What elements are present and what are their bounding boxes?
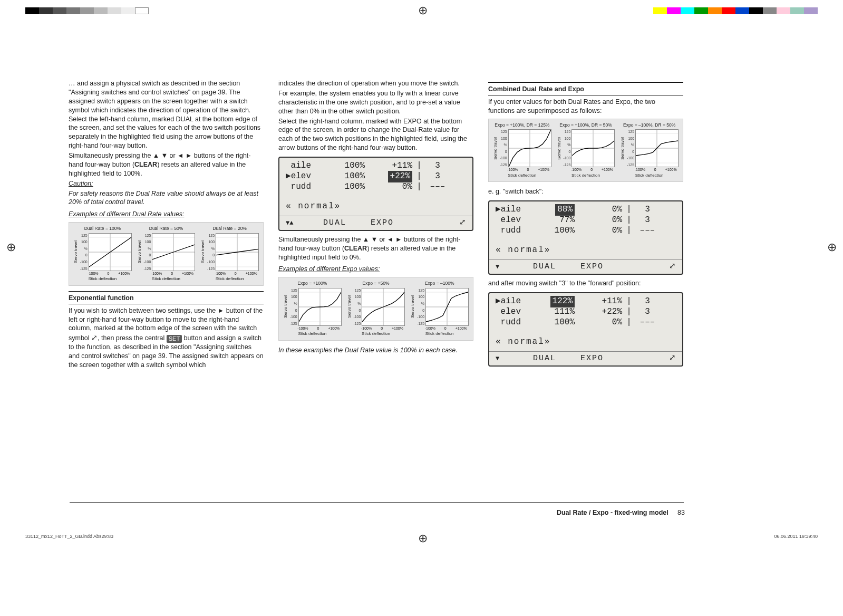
column-3: Combined Dual Rate and Expo If you enter… xyxy=(488,79,683,371)
body-text: For example, the system enables you to f… xyxy=(278,89,473,116)
lcd-screen-3: ▶aile122%+11%|3 elev111%+22%|3 rudd100%0… xyxy=(488,292,683,367)
body-text: e. g. "switch back": xyxy=(488,187,683,196)
section-heading: Exponential function xyxy=(69,294,264,303)
body-text: If you wish to switch between two settin… xyxy=(69,306,264,370)
chart-strip-combined: Expo = +100%, DR = 125%Servo travel12510… xyxy=(488,119,683,182)
sheet-footer-right: 06.06.2011 19:39:40 xyxy=(774,534,818,539)
example-heading: Examples of different Dual Rate values: xyxy=(69,210,264,219)
lcd-screen-2: ▶aile88%0%|3 elev77%0%|3 rudd100%0%|–––«… xyxy=(488,200,683,275)
set-button-label: SET xyxy=(167,335,182,343)
lcd-screen-1: aile100%+11%|3▶elev100%+22%|3 rudd100%0%… xyxy=(278,157,473,231)
registration-mark-icon: ⊕ xyxy=(827,240,837,254)
body-text: Simultaneously pressing the ▲ ▼ or ◄ ► b… xyxy=(69,151,264,178)
registration-mark-icon: ⊕ xyxy=(6,240,16,254)
body-text: indicates the direction of operation whe… xyxy=(278,79,473,88)
registration-mark-icon: ⊕ xyxy=(418,4,428,17)
column-1: … and assign a physical switch as descri… xyxy=(69,79,264,371)
color-bar-cmyk xyxy=(653,7,818,14)
body-text: If you enter values for both Dual Rates … xyxy=(488,98,683,116)
color-bar-grey xyxy=(25,7,149,14)
example-heading: Examples of different Expo values: xyxy=(278,265,473,274)
caution-body: For safety reasons the Dual Rate value s… xyxy=(69,189,264,207)
section-heading: Combined Dual Rate and Expo xyxy=(488,85,683,94)
sheet-footer-left: 33112_mx12_HoTT_2_GB.indd Abs29:83 xyxy=(25,534,113,539)
body-text: and after moving switch "3" to the "forw… xyxy=(488,279,683,288)
chart-strip-dual-rate: Dual Rate = 100%Servo travel125100%0-100… xyxy=(69,222,264,286)
body-text: Simultaneously pressing the ▲ ▼ or ◄ ► b… xyxy=(278,235,473,262)
chart-caption: In these examples the Dual Rate value is… xyxy=(278,346,473,355)
column-2: indicates the direction of operation whe… xyxy=(278,79,473,371)
caution-heading: Caution: xyxy=(69,179,264,188)
body-text: … and assign a physical switch as descri… xyxy=(69,79,264,150)
chart-strip-expo: Expo = +100%Servo travel125100%0-100-125… xyxy=(278,277,473,341)
body-text: Select the right-hand column, marked wit… xyxy=(278,117,473,153)
registration-mark-icon: ⊕ xyxy=(418,532,428,545)
page-footer: Dual Rate / Expo - fixed-wing model 83 xyxy=(557,509,685,516)
